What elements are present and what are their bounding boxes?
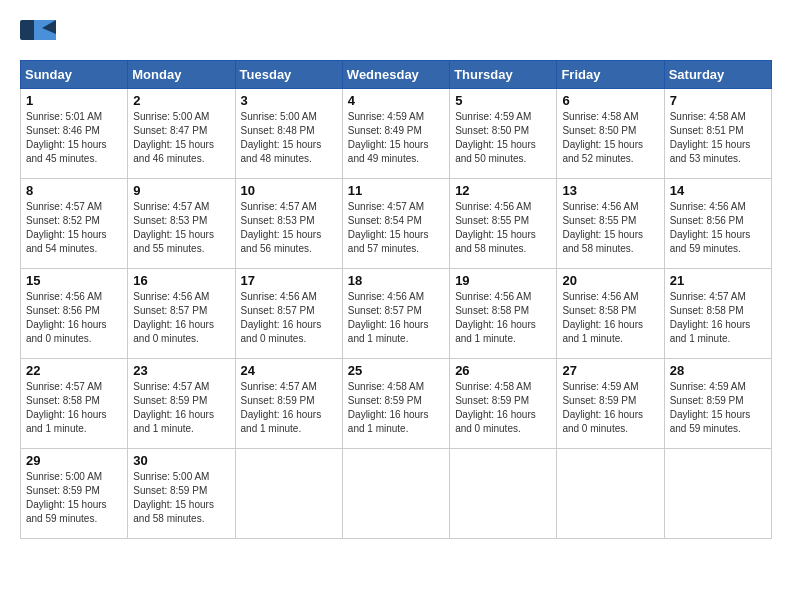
day-cell: 3Sunrise: 5:00 AM Sunset: 8:48 PM Daylig… [235, 89, 342, 179]
day-info: Sunrise: 4:58 AM Sunset: 8:51 PM Dayligh… [670, 110, 766, 166]
day-info: Sunrise: 4:59 AM Sunset: 8:50 PM Dayligh… [455, 110, 551, 166]
day-number: 6 [562, 93, 658, 108]
day-cell: 4Sunrise: 4:59 AM Sunset: 8:49 PM Daylig… [342, 89, 449, 179]
day-number: 28 [670, 363, 766, 378]
col-header-saturday: Saturday [664, 61, 771, 89]
week-row-1: 1Sunrise: 5:01 AM Sunset: 8:46 PM Daylig… [21, 89, 772, 179]
day-number: 14 [670, 183, 766, 198]
day-info: Sunrise: 4:59 AM Sunset: 8:49 PM Dayligh… [348, 110, 444, 166]
day-cell: 18Sunrise: 4:56 AM Sunset: 8:57 PM Dayli… [342, 269, 449, 359]
day-cell: 20Sunrise: 4:56 AM Sunset: 8:58 PM Dayli… [557, 269, 664, 359]
week-row-4: 22Sunrise: 4:57 AM Sunset: 8:58 PM Dayli… [21, 359, 772, 449]
day-cell: 29Sunrise: 5:00 AM Sunset: 8:59 PM Dayli… [21, 449, 128, 539]
day-number: 24 [241, 363, 337, 378]
day-info: Sunrise: 4:57 AM Sunset: 8:59 PM Dayligh… [241, 380, 337, 436]
day-cell: 30Sunrise: 5:00 AM Sunset: 8:59 PM Dayli… [128, 449, 235, 539]
day-cell: 21Sunrise: 4:57 AM Sunset: 8:58 PM Dayli… [664, 269, 771, 359]
day-number: 21 [670, 273, 766, 288]
day-cell: 13Sunrise: 4:56 AM Sunset: 8:55 PM Dayli… [557, 179, 664, 269]
day-cell: 23Sunrise: 4:57 AM Sunset: 8:59 PM Dayli… [128, 359, 235, 449]
day-info: Sunrise: 4:56 AM Sunset: 8:58 PM Dayligh… [455, 290, 551, 346]
day-number: 26 [455, 363, 551, 378]
day-number: 12 [455, 183, 551, 198]
day-cell: 7Sunrise: 4:58 AM Sunset: 8:51 PM Daylig… [664, 89, 771, 179]
col-header-wednesday: Wednesday [342, 61, 449, 89]
day-cell [450, 449, 557, 539]
week-row-3: 15Sunrise: 4:56 AM Sunset: 8:56 PM Dayli… [21, 269, 772, 359]
day-info: Sunrise: 4:59 AM Sunset: 8:59 PM Dayligh… [562, 380, 658, 436]
page-header [20, 20, 772, 50]
day-number: 13 [562, 183, 658, 198]
day-cell: 11Sunrise: 4:57 AM Sunset: 8:54 PM Dayli… [342, 179, 449, 269]
day-cell: 10Sunrise: 4:57 AM Sunset: 8:53 PM Dayli… [235, 179, 342, 269]
day-number: 27 [562, 363, 658, 378]
day-number: 18 [348, 273, 444, 288]
day-info: Sunrise: 4:56 AM Sunset: 8:55 PM Dayligh… [455, 200, 551, 256]
day-cell: 2Sunrise: 5:00 AM Sunset: 8:47 PM Daylig… [128, 89, 235, 179]
day-cell [557, 449, 664, 539]
day-number: 8 [26, 183, 122, 198]
day-cell: 6Sunrise: 4:58 AM Sunset: 8:50 PM Daylig… [557, 89, 664, 179]
day-info: Sunrise: 5:00 AM Sunset: 8:59 PM Dayligh… [133, 470, 229, 526]
col-header-tuesday: Tuesday [235, 61, 342, 89]
day-cell: 12Sunrise: 4:56 AM Sunset: 8:55 PM Dayli… [450, 179, 557, 269]
day-cell: 1Sunrise: 5:01 AM Sunset: 8:46 PM Daylig… [21, 89, 128, 179]
day-cell: 17Sunrise: 4:56 AM Sunset: 8:57 PM Dayli… [235, 269, 342, 359]
day-info: Sunrise: 4:59 AM Sunset: 8:59 PM Dayligh… [670, 380, 766, 436]
week-row-2: 8Sunrise: 4:57 AM Sunset: 8:52 PM Daylig… [21, 179, 772, 269]
day-info: Sunrise: 4:56 AM Sunset: 8:58 PM Dayligh… [562, 290, 658, 346]
day-info: Sunrise: 4:58 AM Sunset: 8:50 PM Dayligh… [562, 110, 658, 166]
day-info: Sunrise: 4:57 AM Sunset: 8:53 PM Dayligh… [241, 200, 337, 256]
col-header-friday: Friday [557, 61, 664, 89]
day-cell: 19Sunrise: 4:56 AM Sunset: 8:58 PM Dayli… [450, 269, 557, 359]
day-cell [664, 449, 771, 539]
day-info: Sunrise: 5:00 AM Sunset: 8:47 PM Dayligh… [133, 110, 229, 166]
day-number: 4 [348, 93, 444, 108]
day-info: Sunrise: 5:00 AM Sunset: 8:59 PM Dayligh… [26, 470, 122, 526]
day-cell: 8Sunrise: 4:57 AM Sunset: 8:52 PM Daylig… [21, 179, 128, 269]
day-number: 2 [133, 93, 229, 108]
day-info: Sunrise: 4:56 AM Sunset: 8:57 PM Dayligh… [241, 290, 337, 346]
col-header-sunday: Sunday [21, 61, 128, 89]
day-info: Sunrise: 5:01 AM Sunset: 8:46 PM Dayligh… [26, 110, 122, 166]
col-header-thursday: Thursday [450, 61, 557, 89]
day-number: 3 [241, 93, 337, 108]
day-number: 17 [241, 273, 337, 288]
day-number: 10 [241, 183, 337, 198]
logo [20, 20, 60, 50]
day-info: Sunrise: 5:00 AM Sunset: 8:48 PM Dayligh… [241, 110, 337, 166]
day-number: 30 [133, 453, 229, 468]
day-number: 11 [348, 183, 444, 198]
col-header-monday: Monday [128, 61, 235, 89]
day-cell: 16Sunrise: 4:56 AM Sunset: 8:57 PM Dayli… [128, 269, 235, 359]
day-number: 9 [133, 183, 229, 198]
day-info: Sunrise: 4:58 AM Sunset: 8:59 PM Dayligh… [348, 380, 444, 436]
day-cell: 5Sunrise: 4:59 AM Sunset: 8:50 PM Daylig… [450, 89, 557, 179]
day-number: 25 [348, 363, 444, 378]
day-info: Sunrise: 4:57 AM Sunset: 8:54 PM Dayligh… [348, 200, 444, 256]
day-number: 19 [455, 273, 551, 288]
day-info: Sunrise: 4:58 AM Sunset: 8:59 PM Dayligh… [455, 380, 551, 436]
day-info: Sunrise: 4:56 AM Sunset: 8:56 PM Dayligh… [670, 200, 766, 256]
day-info: Sunrise: 4:56 AM Sunset: 8:57 PM Dayligh… [348, 290, 444, 346]
day-info: Sunrise: 4:57 AM Sunset: 8:53 PM Dayligh… [133, 200, 229, 256]
day-info: Sunrise: 4:57 AM Sunset: 8:58 PM Dayligh… [26, 380, 122, 436]
day-number: 1 [26, 93, 122, 108]
logo-icon [20, 20, 56, 50]
day-number: 5 [455, 93, 551, 108]
calendar-table: SundayMondayTuesdayWednesdayThursdayFrid… [20, 60, 772, 539]
day-cell: 28Sunrise: 4:59 AM Sunset: 8:59 PM Dayli… [664, 359, 771, 449]
day-info: Sunrise: 4:57 AM Sunset: 8:52 PM Dayligh… [26, 200, 122, 256]
day-info: Sunrise: 4:56 AM Sunset: 8:55 PM Dayligh… [562, 200, 658, 256]
week-row-5: 29Sunrise: 5:00 AM Sunset: 8:59 PM Dayli… [21, 449, 772, 539]
day-number: 29 [26, 453, 122, 468]
day-number: 16 [133, 273, 229, 288]
day-cell: 25Sunrise: 4:58 AM Sunset: 8:59 PM Dayli… [342, 359, 449, 449]
day-cell: 26Sunrise: 4:58 AM Sunset: 8:59 PM Dayli… [450, 359, 557, 449]
day-cell: 14Sunrise: 4:56 AM Sunset: 8:56 PM Dayli… [664, 179, 771, 269]
day-info: Sunrise: 4:57 AM Sunset: 8:58 PM Dayligh… [670, 290, 766, 346]
day-number: 23 [133, 363, 229, 378]
calendar-header-row: SundayMondayTuesdayWednesdayThursdayFrid… [21, 61, 772, 89]
day-cell [235, 449, 342, 539]
day-info: Sunrise: 4:57 AM Sunset: 8:59 PM Dayligh… [133, 380, 229, 436]
